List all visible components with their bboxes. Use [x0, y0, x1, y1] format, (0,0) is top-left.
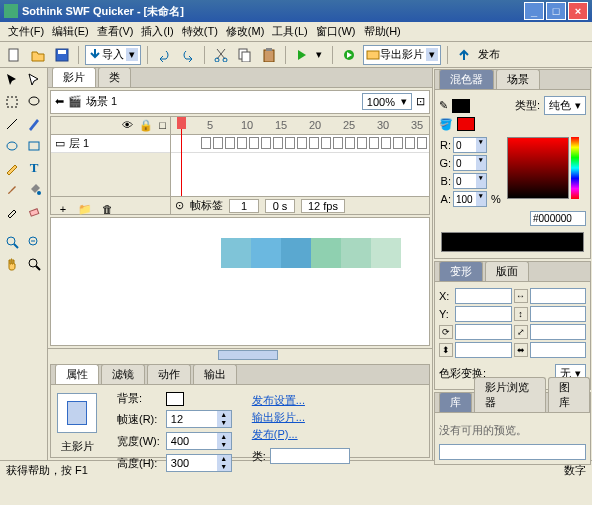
back-icon[interactable]: ⬅: [55, 95, 64, 108]
tab-actions[interactable]: 动作: [147, 364, 191, 384]
menu-insert[interactable]: 插入(I): [137, 22, 177, 41]
eye-icon[interactable]: 👁: [122, 119, 133, 131]
g-field[interactable]: ▾: [453, 155, 487, 171]
eraser-tool[interactable]: [24, 202, 44, 222]
tab-scene[interactable]: 场景: [496, 69, 540, 89]
tab-library[interactable]: 库: [439, 392, 472, 412]
fps-field[interactable]: ▲▼: [166, 410, 232, 428]
play-button[interactable]: [292, 45, 312, 65]
link-publish-settings[interactable]: 发布设置...: [252, 393, 350, 408]
tab-libs[interactable]: 图库: [548, 377, 590, 412]
pencil-tool[interactable]: [2, 158, 22, 178]
line-tool[interactable]: [2, 114, 22, 134]
bucket-tool[interactable]: [24, 180, 44, 200]
menu-effects[interactable]: 特效(T): [178, 22, 222, 41]
bg-color-swatch[interactable]: [166, 392, 184, 406]
add-layer-button[interactable]: +: [53, 199, 73, 219]
zoom-tool[interactable]: [2, 232, 22, 252]
cut-button[interactable]: [211, 45, 231, 65]
link-publish[interactable]: 发布(P)...: [252, 427, 350, 442]
add-folder-button[interactable]: 📁: [75, 199, 95, 219]
tab-properties[interactable]: 属性: [55, 364, 99, 384]
frame-ruler[interactable]: 1 5 10 15 20 25 30 35 40: [171, 117, 429, 135]
class-field[interactable]: [270, 448, 350, 464]
layer-row[interactable]: ▭ 层 1: [51, 135, 170, 153]
tab-output[interactable]: 输出: [193, 364, 237, 384]
menu-file[interactable]: 文件(F): [4, 22, 48, 41]
menu-edit[interactable]: 编辑(E): [48, 22, 93, 41]
tab-filters[interactable]: 滤镜: [101, 364, 145, 384]
save-button[interactable]: [52, 45, 72, 65]
brush-tool[interactable]: [2, 180, 22, 200]
tab-class[interactable]: 类: [98, 67, 131, 87]
undo-button[interactable]: [154, 45, 174, 65]
menu-view[interactable]: 查看(V): [93, 22, 138, 41]
zoom-out-tool[interactable]: [24, 232, 44, 252]
lasso-tool[interactable]: [24, 92, 44, 112]
lock-icon[interactable]: 🔒: [139, 119, 153, 132]
hex-input[interactable]: [530, 211, 586, 226]
import-dropdown[interactable]: 导入 ▾: [85, 45, 141, 65]
gradient-preview[interactable]: [441, 232, 584, 252]
paste-button[interactable]: [259, 45, 279, 65]
new-button[interactable]: [4, 45, 24, 65]
delete-layer-button[interactable]: 🗑: [97, 199, 117, 219]
height-input[interactable]: [167, 455, 217, 471]
height-field[interactable]: ▲▼: [166, 454, 232, 472]
fill-icon[interactable]: 🪣: [439, 118, 453, 131]
hue-slider[interactable]: [571, 137, 579, 199]
width-field[interactable]: ▲▼: [166, 432, 232, 450]
pen-tool[interactable]: [24, 114, 44, 134]
link-export-movie[interactable]: 输出影片...: [252, 410, 350, 425]
a-field[interactable]: ▾: [453, 191, 487, 207]
color-picker[interactable]: [507, 137, 569, 199]
y-field[interactable]: [455, 306, 512, 322]
r-field[interactable]: ▾: [453, 137, 487, 153]
type-combo[interactable]: 纯色▾: [544, 96, 586, 115]
w-field[interactable]: [530, 288, 587, 304]
transform-tool[interactable]: [2, 92, 22, 112]
hand-tool[interactable]: [2, 254, 22, 274]
h-field[interactable]: [530, 306, 587, 322]
chevron-down-icon[interactable]: ▾: [316, 48, 326, 61]
zoom-fit-button[interactable]: ⊡: [416, 95, 425, 108]
oval-tool[interactable]: [2, 136, 22, 156]
onion-icon[interactable]: ⊙: [175, 199, 184, 212]
export-button[interactable]: 导出影片 ▾: [363, 45, 441, 65]
tab-mixer[interactable]: 混色器: [439, 69, 494, 89]
rect-tool[interactable]: [24, 136, 44, 156]
redo-button[interactable]: [178, 45, 198, 65]
text-tool[interactable]: T: [24, 158, 44, 178]
fps-input[interactable]: [167, 411, 217, 427]
stroke-icon[interactable]: ✎: [439, 99, 448, 112]
width-input[interactable]: [167, 433, 217, 449]
minimize-button[interactable]: _: [524, 2, 544, 20]
magnify-tool[interactable]: [24, 254, 44, 274]
stage-scrollbar[interactable]: [48, 348, 432, 362]
menu-window[interactable]: 窗口(W): [312, 22, 360, 41]
menu-help[interactable]: 帮助(H): [360, 22, 405, 41]
maximize-button[interactable]: □: [546, 2, 566, 20]
menu-modify[interactable]: 修改(M): [222, 22, 269, 41]
publish-button[interactable]: [454, 45, 474, 65]
stage[interactable]: [50, 217, 430, 346]
zoom-combo[interactable]: 100% ▾: [362, 93, 412, 110]
tab-layout[interactable]: 版面: [485, 261, 529, 281]
frames-track[interactable]: [171, 135, 429, 153]
close-button[interactable]: ×: [568, 2, 588, 20]
b-field[interactable]: ▾: [453, 173, 487, 189]
preview-button[interactable]: [339, 45, 359, 65]
skh-field[interactable]: [530, 342, 587, 358]
tab-transform[interactable]: 变形: [439, 261, 483, 281]
tab-browser[interactable]: 影片浏览器: [474, 377, 546, 412]
scrollbar-thumb[interactable]: [218, 350, 278, 360]
menu-tools[interactable]: 工具(L): [268, 22, 311, 41]
open-button[interactable]: [28, 45, 48, 65]
sx-field[interactable]: [530, 324, 587, 340]
library-list[interactable]: [439, 444, 586, 460]
stroke-swatch[interactable]: [452, 99, 470, 113]
copy-button[interactable]: [235, 45, 255, 65]
tab-movie[interactable]: 影片: [52, 67, 96, 87]
outline-icon[interactable]: □: [159, 119, 166, 131]
skv-field[interactable]: [455, 342, 512, 358]
